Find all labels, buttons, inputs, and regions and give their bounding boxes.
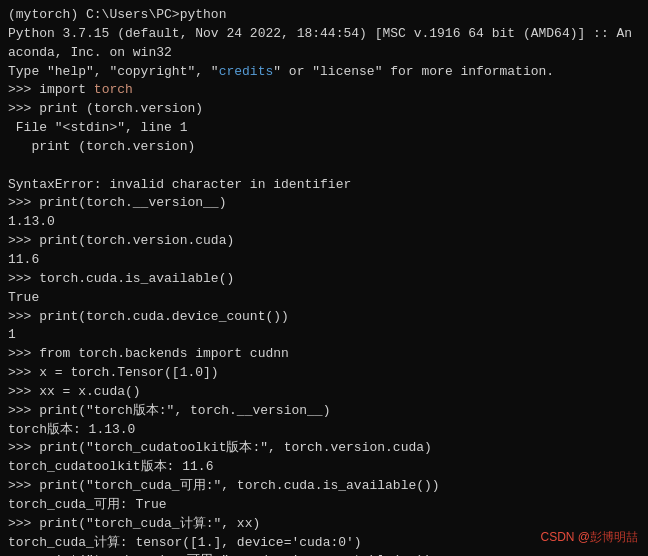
line-21: >>> xx = x.cuda()	[8, 383, 640, 402]
line-4: Type "help", "copyright", "credits" or "…	[8, 63, 640, 82]
line-2: Python 3.7.15 (default, Nov 24 2022, 18:…	[8, 25, 640, 44]
terminal-window[interactable]: (mytorch) C:\Users\PC>python Python 3.7.…	[0, 0, 648, 556]
line-3: aconda, Inc. on win32	[8, 44, 640, 63]
line-25: torch_cudatoolkit版本: 11.6	[8, 458, 640, 477]
line-5: >>> import torch	[8, 81, 640, 100]
watermark-author: 彭博明喆	[590, 530, 638, 544]
line-14: 11.6	[8, 251, 640, 270]
watermark: CSDN @彭博明喆	[540, 529, 638, 546]
line-9	[8, 157, 640, 176]
line-18: 1	[8, 326, 640, 345]
watermark-prefix: CSDN @	[540, 530, 590, 544]
prompt-1: (mytorch) C:\Users\PC>python	[8, 7, 226, 22]
line-8: print (torch.version)	[8, 138, 640, 157]
line-7: File "<stdin>", line 1	[8, 119, 640, 138]
line-10: SyntaxError: invalid character in identi…	[8, 176, 640, 195]
line-23: torch版本: 1.13.0	[8, 421, 640, 440]
line-26: >>> print("torch_cuda_可用:", torch.cuda.i…	[8, 477, 640, 496]
line-17: >>> print(torch.cuda.device_count())	[8, 308, 640, 327]
line-27: torch_cuda_可用: True	[8, 496, 640, 515]
line-6: >>> print (torch.version)	[8, 100, 640, 119]
line-1: (mytorch) C:\Users\PC>python	[8, 6, 640, 25]
line-22: >>> print("torch版本:", torch.__version__)	[8, 402, 640, 421]
line-16: True	[8, 289, 640, 308]
line-15: >>> torch.cuda.is_available()	[8, 270, 640, 289]
line-11: >>> print(torch.__version__)	[8, 194, 640, 213]
line-13: >>> print(torch.version.cuda)	[8, 232, 640, 251]
line-19: >>> from torch.backends import cudnn	[8, 345, 640, 364]
line-20: >>> x = torch.Tensor([1.0])	[8, 364, 640, 383]
line-24: >>> print("torch_cudatoolkit版本:", torch.…	[8, 439, 640, 458]
line-12: 1.13.0	[8, 213, 640, 232]
line-30: >>> print("torch_cudnn_可用:", cudnn.is_ac…	[8, 552, 640, 556]
